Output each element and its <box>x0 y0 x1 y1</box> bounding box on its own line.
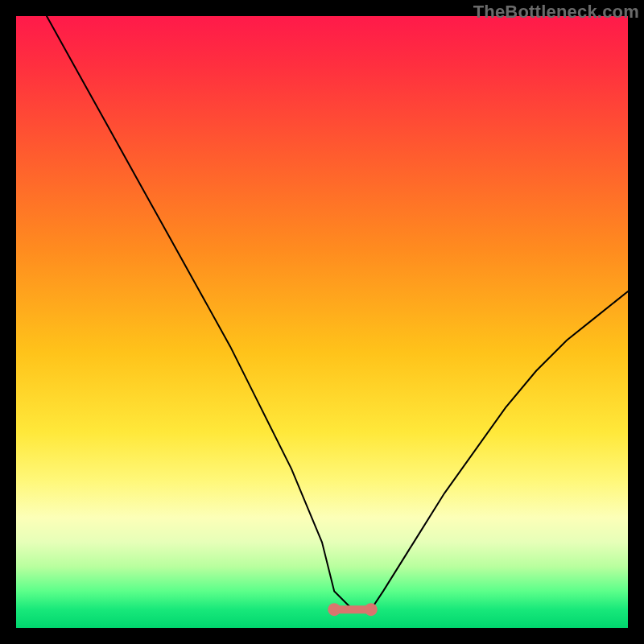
chart-plot-area <box>16 16 628 628</box>
low-band-end-dot <box>365 603 378 616</box>
bottleneck-curve-path <box>47 16 628 609</box>
chart-frame: TheBottleneck.com <box>0 0 644 644</box>
low-band-end-dot <box>328 603 341 616</box>
chart-svg <box>16 16 628 628</box>
watermark-text: TheBottleneck.com <box>473 2 639 23</box>
low-band-marker-group <box>328 603 378 616</box>
